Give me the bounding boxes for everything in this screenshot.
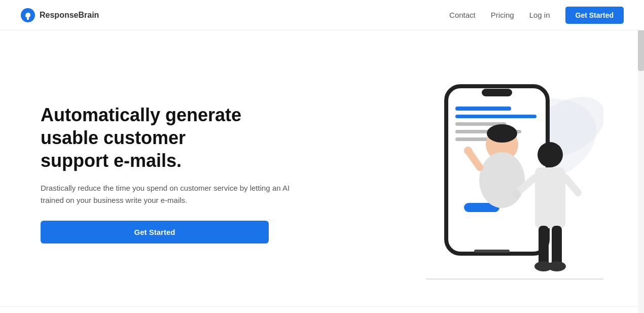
logo-link[interactable]: ResponseBrain [20,8,99,23]
svg-rect-7 [455,107,511,111]
hero-text-block: Automatically generate usable customer s… [41,103,294,244]
logo-text: ResponseBrain [40,11,99,20]
nav-links: Contact Pricing Log in Get Started [449,7,624,24]
hero-section: Automatically generate usable customer s… [0,30,644,306]
svg-point-14 [487,124,517,143]
nav-login[interactable]: Log in [529,11,550,19]
svg-line-22 [565,178,578,193]
scrollbar-track[interactable] [638,0,644,313]
tech-strip: < > [0,306,644,313]
hero-svg [350,61,603,284]
svg-point-21 [512,190,520,198]
nav-contact[interactable]: Contact [449,11,476,19]
svg-point-15 [479,152,525,208]
svg-rect-23 [539,226,549,266]
svg-point-26 [548,261,566,271]
navbar: ResponseBrain Contact Pricing Log in Get… [0,0,644,30]
nav-pricing[interactable]: Pricing [491,11,514,19]
svg-rect-8 [455,115,536,118]
hero-illustration [350,61,603,286]
hero-subtext: Drastically reduce the time you spend on… [41,182,294,206]
svg-point-17 [464,147,472,155]
logo-icon [20,8,35,23]
svg-point-18 [538,142,563,167]
svg-rect-19 [535,167,565,228]
svg-rect-24 [552,226,562,266]
svg-rect-1 [27,19,29,20]
nav-cta-button[interactable]: Get Started [565,7,624,24]
svg-rect-5 [482,89,512,96]
hero-heading: Automatically generate usable customer s… [41,103,294,172]
hero-cta-button[interactable]: Get Started [41,221,269,244]
svg-rect-6 [474,250,510,253]
